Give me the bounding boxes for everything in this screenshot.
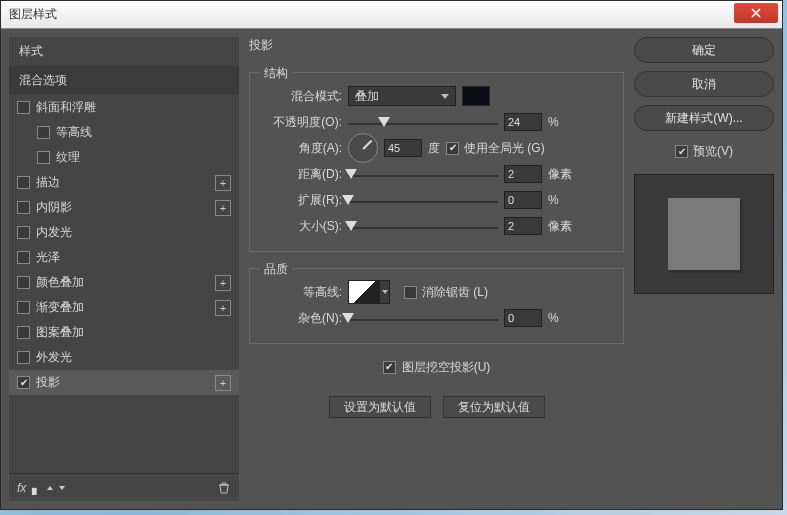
noise-slider[interactable] <box>348 311 498 325</box>
trash-icon[interactable] <box>217 481 231 495</box>
settings-panel: 投影 结构 混合模式: 叠加 不透明度(O): <box>249 37 624 501</box>
style-checkbox[interactable] <box>17 326 30 339</box>
size-slider[interactable] <box>348 219 498 233</box>
style-label: 等高线 <box>56 124 231 141</box>
reset-default-button[interactable]: 复位为默认值 <box>443 396 545 418</box>
chevron-down-icon <box>382 290 388 294</box>
spread-slider[interactable] <box>348 193 498 207</box>
move-down-icon[interactable] <box>59 486 65 490</box>
size-input[interactable] <box>504 217 542 235</box>
preview-label: 预览(V) <box>693 143 733 160</box>
style-item-2[interactable]: 纹理 <box>9 145 239 170</box>
style-checkbox[interactable] <box>17 101 30 114</box>
add-effect-icon[interactable]: + <box>215 200 231 216</box>
style-item-1[interactable]: 等高线 <box>9 120 239 145</box>
ok-button[interactable]: 确定 <box>634 37 774 63</box>
preview-checkbox[interactable] <box>675 145 688 158</box>
preview-box <box>634 174 774 294</box>
chevron-down-icon <box>441 94 449 99</box>
style-item-5[interactable]: 内发光 <box>9 220 239 245</box>
layer-style-dialog: 图层样式 样式 混合选项 斜面和浮雕等高线纹理描边+内阴影+内发光光泽颜色叠加+… <box>0 0 783 510</box>
window-title: 图层样式 <box>9 6 734 23</box>
structure-fieldset: 结构 混合模式: 叠加 不透明度(O): % <box>249 72 624 252</box>
angle-label: 角度(A): <box>262 140 342 157</box>
right-panel: 确定 取消 新建样式(W)... 预览(V) <box>634 37 774 501</box>
sidebar-footer: fx ▖ <box>9 473 239 501</box>
add-effect-icon[interactable]: + <box>215 175 231 191</box>
size-unit: 像素 <box>548 218 578 235</box>
style-checkbox[interactable] <box>17 276 30 289</box>
blend-mode-select[interactable]: 叠加 <box>348 86 456 106</box>
distance-slider[interactable] <box>348 167 498 181</box>
preview-swatch <box>668 198 740 270</box>
cancel-button[interactable]: 取消 <box>634 71 774 97</box>
style-item-6[interactable]: 光泽 <box>9 245 239 270</box>
style-item-4[interactable]: 内阴影+ <box>9 195 239 220</box>
angle-dial[interactable] <box>348 133 378 163</box>
fx-icon[interactable]: fx <box>17 481 26 495</box>
contour-label: 等高线: <box>262 284 342 301</box>
set-default-button[interactable]: 设置为默认值 <box>329 396 431 418</box>
dialog-body: 样式 混合选项 斜面和浮雕等高线纹理描边+内阴影+内发光光泽颜色叠加+渐变叠加+… <box>1 29 782 509</box>
style-label: 描边 <box>36 174 209 191</box>
style-checkbox[interactable] <box>17 226 30 239</box>
sidebar-header[interactable]: 样式 <box>9 37 239 66</box>
style-checkbox[interactable] <box>37 126 50 139</box>
spread-unit: % <box>548 193 578 207</box>
style-checkbox[interactable] <box>17 301 30 314</box>
panel-title: 投影 <box>249 37 624 54</box>
style-checkbox[interactable] <box>17 251 30 264</box>
move-up-icon[interactable] <box>47 486 53 490</box>
contour-dropdown[interactable] <box>380 280 390 304</box>
knockout-label: 图层挖空投影(U) <box>402 359 491 376</box>
close-icon <box>751 8 761 18</box>
opacity-unit: % <box>548 115 578 129</box>
style-checkbox[interactable] <box>37 151 50 164</box>
angle-unit: 度 <box>428 140 440 157</box>
blend-mode-value: 叠加 <box>355 88 379 105</box>
sidebar-blend-options[interactable]: 混合选项 <box>9 66 239 95</box>
style-item-8[interactable]: 渐变叠加+ <box>9 295 239 320</box>
style-checkbox[interactable] <box>17 201 30 214</box>
style-checkbox[interactable] <box>17 351 30 364</box>
opacity-label: 不透明度(O): <box>262 114 342 131</box>
knockout-checkbox[interactable] <box>383 361 396 374</box>
style-checkbox[interactable] <box>17 176 30 189</box>
add-effect-icon[interactable]: + <box>215 375 231 391</box>
style-item-3[interactable]: 描边+ <box>9 170 239 195</box>
style-list: 斜面和浮雕等高线纹理描边+内阴影+内发光光泽颜色叠加+渐变叠加+图案叠加外发光投… <box>9 95 239 473</box>
titlebar: 图层样式 <box>1 1 782 29</box>
blend-mode-label: 混合模式: <box>262 88 342 105</box>
structure-legend: 结构 <box>260 65 292 82</box>
style-checkbox[interactable] <box>17 376 30 389</box>
style-item-10[interactable]: 外发光 <box>9 345 239 370</box>
opacity-input[interactable] <box>504 113 542 131</box>
noise-label: 杂色(N): <box>262 310 342 327</box>
distance-input[interactable] <box>504 165 542 183</box>
contour-picker[interactable] <box>348 280 380 304</box>
quality-legend: 品质 <box>260 261 292 278</box>
global-light-checkbox[interactable] <box>446 142 459 155</box>
style-label: 颜色叠加 <box>36 274 209 291</box>
style-label: 光泽 <box>36 249 231 266</box>
style-label: 投影 <box>36 374 209 391</box>
style-item-11[interactable]: 投影+ <box>9 370 239 395</box>
opacity-slider[interactable] <box>348 115 498 129</box>
close-button[interactable] <box>734 3 778 23</box>
angle-input[interactable] <box>384 139 422 157</box>
new-style-button[interactable]: 新建样式(W)... <box>634 105 774 131</box>
style-label: 图案叠加 <box>36 324 231 341</box>
style-item-7[interactable]: 颜色叠加+ <box>9 270 239 295</box>
shadow-color-swatch[interactable] <box>462 86 490 106</box>
styles-sidebar: 样式 混合选项 斜面和浮雕等高线纹理描边+内阴影+内发光光泽颜色叠加+渐变叠加+… <box>9 37 239 501</box>
style-item-0[interactable]: 斜面和浮雕 <box>9 95 239 120</box>
fx-menu-icon[interactable]: ▖ <box>32 481 41 495</box>
antialias-checkbox[interactable] <box>404 286 417 299</box>
style-item-9[interactable]: 图案叠加 <box>9 320 239 345</box>
noise-input[interactable] <box>504 309 542 327</box>
spread-input[interactable] <box>504 191 542 209</box>
add-effect-icon[interactable]: + <box>215 275 231 291</box>
quality-fieldset: 品质 等高线: 消除锯齿 (L) 杂色(N): <box>249 268 624 344</box>
noise-unit: % <box>548 311 578 325</box>
add-effect-icon[interactable]: + <box>215 300 231 316</box>
